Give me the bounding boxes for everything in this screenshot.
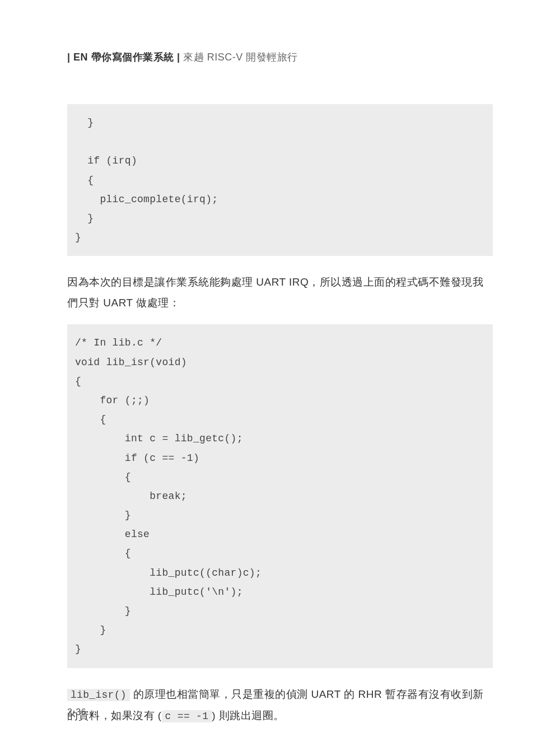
header-bar-left: | [67,52,71,63]
header-bar-right: | [177,52,180,63]
para2-text-2: ) 則跳出迴圈。 [212,710,284,721]
header-title-bold: EN 帶你寫個作業系統 [73,52,174,63]
inline-code-c-eq: c == -1 [162,710,212,722]
page-header: | EN 帶你寫個作業系統 | 來趟 RISC-V 開發輕旅行 [67,50,493,64]
inline-code-lib-isr: lib_isr() [67,689,130,701]
code-block-2: /* In lib.c */ void lib_isr(void) { for … [67,324,493,668]
page-number: 2-36 [67,707,86,717]
header-subtitle: 來趟 RISC-V 開發輕旅行 [183,52,298,63]
code-block-1: } if (irq) { plic_complete(irq); } } [67,104,493,256]
paragraph-1: 因為本次的目標是讓作業系統能夠處理 UART IRQ，所以透過上面的程式碼不難發… [67,272,493,313]
paragraph-2: lib_isr() 的原理也相當簡單，只是重複的偵測 UART 的 RHR 暫存… [67,684,493,726]
